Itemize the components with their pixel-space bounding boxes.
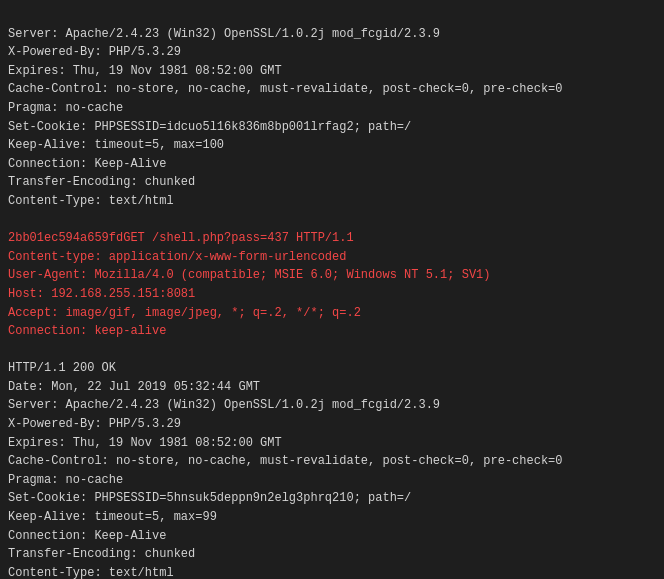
log-line: Transfer-Encoding: chunked [8,175,195,189]
log-line: Set-Cookie: PHPSESSID=idcuo5l16k836m8bp0… [8,120,411,134]
log-line: Expires: Thu, 19 Nov 1981 08:52:00 GMT [8,436,282,450]
log-line: Content-type: application/x-www-form-url… [8,250,346,264]
log-line: Expires: Thu, 19 Nov 1981 08:52:00 GMT [8,64,282,78]
log-line: HTTP/1.1 200 OK [8,361,116,375]
log-line: Date: Mon, 22 Jul 2019 05:32:44 GMT [8,380,260,394]
log-line: Pragma: no-cache [8,473,123,487]
log-line: Server: Apache/2.4.23 (Win32) OpenSSL/1.… [8,27,440,41]
log-line: Cache-Control: no-store, no-cache, must-… [8,454,563,468]
log-line: Connection: Keep-Alive [8,157,166,171]
log-line: Accept: image/gif, image/jpeg, *; q=.2, … [8,306,361,320]
log-line: Cache-Control: no-store, no-cache, must-… [8,82,563,96]
log-line: Keep-Alive: timeout=5, max=99 [8,510,217,524]
log-line: Connection: keep-alive [8,324,166,338]
log-line: Server: Apache/2.4.23 (Win32) OpenSSL/1.… [8,398,440,412]
log-line: Keep-Alive: timeout=5, max=100 [8,138,224,152]
log-line: Pragma: no-cache [8,101,123,115]
log-line: 2bb01ec594a659fdGET /shell.php?pass=437 … [8,231,354,245]
log-line: Content-Type: text/html [8,194,174,208]
log-line: Host: 192.168.255.151:8081 [8,287,195,301]
log-output: Server: Apache/2.4.23 (Win32) OpenSSL/1.… [8,6,656,579]
log-line: Connection: Keep-Alive [8,529,166,543]
log-line: User-Agent: Mozilla/4.0 (compatible; MSI… [8,268,490,282]
log-line: Content-Type: text/html [8,566,174,579]
log-line: Transfer-Encoding: chunked [8,547,195,561]
log-line: Set-Cookie: PHPSESSID=5hnsuk5deppn9n2elg… [8,491,411,505]
log-line: X-Powered-By: PHP/5.3.29 [8,417,181,431]
log-line: X-Powered-By: PHP/5.3.29 [8,45,181,59]
